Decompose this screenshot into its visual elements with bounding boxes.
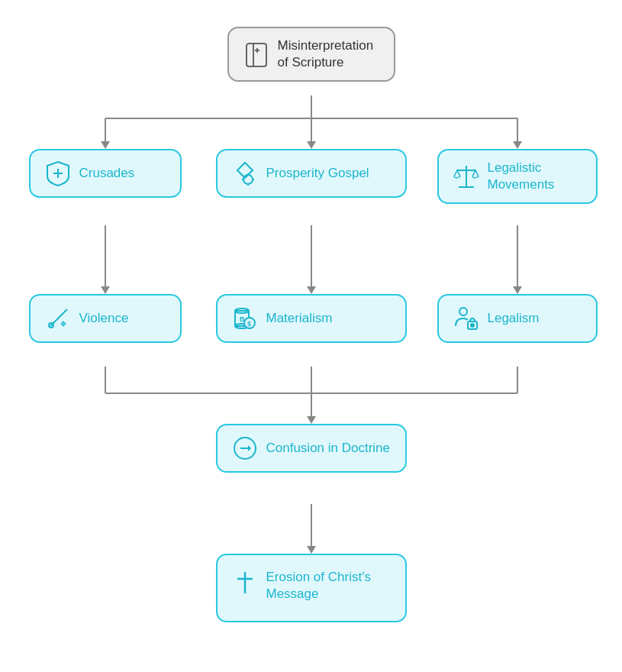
node-crusades: Crusades: [29, 149, 182, 198]
sword-icon: [44, 305, 72, 332]
svg-rect-24: [247, 44, 266, 66]
svg-marker-23: [307, 546, 316, 554]
bible-icon: [243, 40, 270, 68]
scale-icon: [453, 163, 480, 190]
node-confusion: Confusion in Doctrine: [216, 424, 407, 473]
cross-icon: [231, 569, 259, 596]
svg-marker-14: [513, 286, 522, 294]
prosperity-label: Prosperity Gospel: [266, 165, 392, 182]
violence-label: Violence: [79, 310, 166, 327]
svg-marker-5: [307, 141, 316, 149]
node-violence: Violence: [29, 294, 182, 343]
diamond-cog-icon: [231, 160, 259, 187]
crusades-label: Crusades: [79, 165, 166, 182]
node-legalism: Legalism: [437, 294, 598, 343]
legalism-label: Legalism: [488, 310, 582, 327]
svg-marker-55: [248, 445, 251, 451]
svg-marker-3: [101, 141, 110, 149]
node-root: Misinterpretation of Scripture: [227, 27, 395, 82]
legalistic-label: Legalistic Movements: [488, 160, 582, 193]
svg-point-52: [471, 324, 474, 327]
diagram: Misinterpretation of Scripture Crusades …: [14, 11, 609, 661]
person-lock-icon: [453, 305, 480, 332]
node-erosion: Erosion of Christ's Message: [216, 554, 407, 622]
svg-marker-10: [101, 286, 110, 294]
coins-icon: B $: [231, 305, 259, 332]
svg-point-31: [243, 175, 253, 184]
svg-marker-21: [307, 416, 316, 424]
arrow-circle-icon: [231, 435, 259, 462]
node-prosperity: Prosperity Gospel: [216, 149, 407, 198]
node-legalistic: Legalistic Movements: [437, 149, 598, 204]
svg-line-40: [64, 309, 67, 312]
node-materialism: B $ Materialism: [216, 294, 407, 343]
erosion-label: Erosion of Christ's Message: [266, 569, 392, 603]
svg-text:$: $: [247, 320, 251, 328]
confusion-label: Confusion in Doctrine: [266, 440, 392, 457]
shield-cross-icon: [44, 160, 72, 187]
svg-marker-8: [513, 141, 522, 149]
root-label: Misinterpretation of Scripture: [278, 37, 380, 71]
svg-point-50: [459, 308, 467, 315]
svg-marker-12: [307, 286, 316, 294]
materialism-label: Materialism: [266, 310, 392, 327]
